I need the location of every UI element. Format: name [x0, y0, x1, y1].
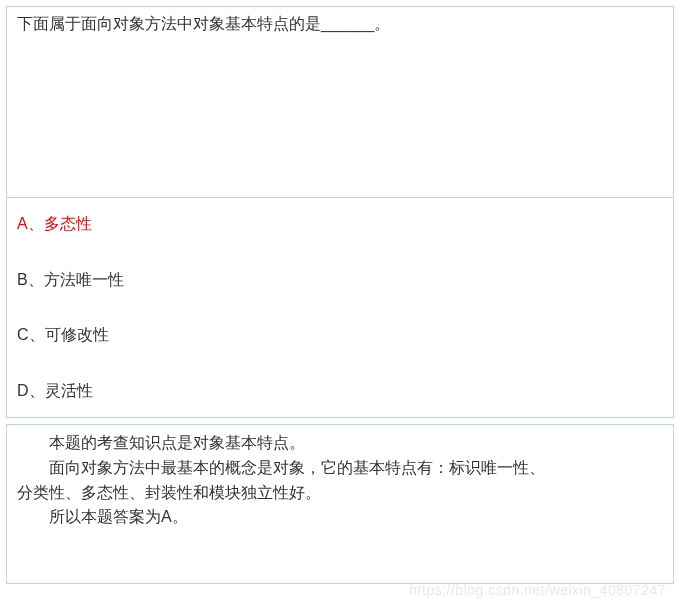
option-a[interactable]: A、多态性 — [17, 212, 663, 236]
option-a-text: 多态性 — [44, 215, 92, 232]
quiz-container: 下面属于面向对象方法中对象基本特点的是______。 A、多态性 B、方法唯一性… — [0, 0, 680, 606]
question-panel: 下面属于面向对象方法中对象基本特点的是______。 — [6, 6, 674, 198]
option-d-text: 灵活性 — [45, 382, 93, 399]
question-stem: 下面属于面向对象方法中对象基本特点的是______。 — [17, 15, 390, 32]
option-c-label: C、 — [17, 326, 45, 343]
explanation-panel: 本题的考查知识点是对象基本特点。 面向对象方法中最基本的概念是对象，它的基本特点… — [6, 424, 674, 584]
option-b-text: 方法唯一性 — [44, 271, 124, 288]
option-c-text: 可修改性 — [45, 326, 109, 343]
explanation-line1: 本题的考查知识点是对象基本特点。 — [17, 431, 663, 456]
options-panel: A、多态性 B、方法唯一性 C、可修改性 D、灵活性 — [6, 198, 674, 418]
option-b[interactable]: B、方法唯一性 — [17, 268, 663, 292]
explanation-line2-part2: 分类性、多态性、封装性和模块独立性好。 — [17, 481, 663, 506]
option-b-label: B、 — [17, 271, 44, 288]
explanation-line2-part1: 面向对象方法中最基本的概念是对象，它的基本特点有：标识唯一性、 — [17, 456, 663, 481]
option-c[interactable]: C、可修改性 — [17, 323, 663, 347]
watermark: https://blog.csdn.net/weixin_40807247 — [409, 582, 666, 598]
explanation-line3: 所以本题答案为A。 — [17, 505, 663, 530]
option-a-label: A、 — [17, 215, 44, 232]
option-d-label: D、 — [17, 382, 45, 399]
option-d[interactable]: D、灵活性 — [17, 379, 663, 403]
